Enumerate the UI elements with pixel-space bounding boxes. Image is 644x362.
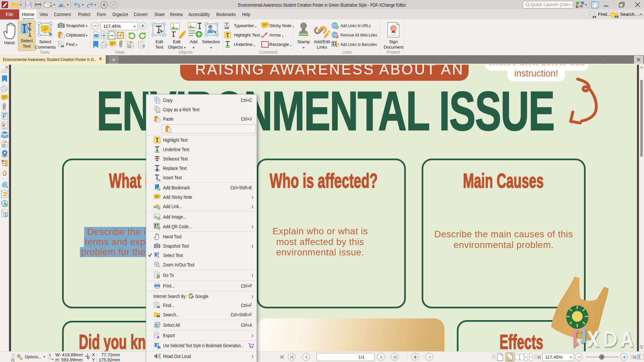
svg-text:T: T — [129, 45, 130, 48]
svg-text:T: T — [3, 144, 5, 146]
svg-text:1:1: 1:1 — [95, 35, 98, 37]
svg-text:T: T — [169, 129, 170, 132]
svg-text:RTF: RTF — [156, 111, 159, 112]
